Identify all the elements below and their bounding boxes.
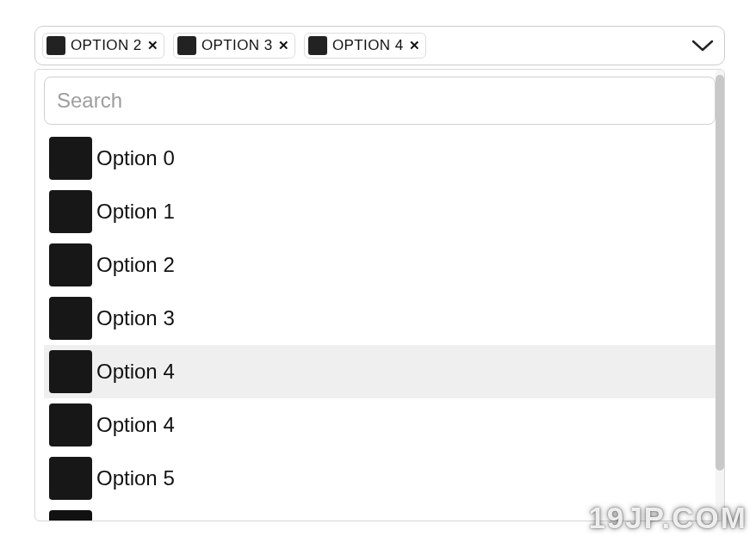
option-label: Option 5 <box>96 466 175 490</box>
avatar-icon <box>49 190 92 233</box>
list-item[interactable] <box>44 505 716 520</box>
list-item[interactable]: Option 5 <box>44 452 716 505</box>
avatar-icon <box>49 243 92 286</box>
chip-label: OPTION 3 <box>201 37 273 54</box>
list-item[interactable]: Option 3 <box>44 292 716 345</box>
list-item[interactable]: Option 1 <box>44 185 716 238</box>
avatar-icon <box>177 36 196 55</box>
multiselect-selected-box[interactable]: OPTION 2 ✕ OPTION 3 ✕ OPTION 4 ✕ <box>34 26 725 65</box>
list-item[interactable]: Option 4 <box>44 345 716 398</box>
list-item[interactable]: Option 0 <box>44 132 716 185</box>
scrollbar-thumb[interactable] <box>716 75 724 471</box>
remove-chip-icon[interactable]: ✕ <box>278 36 289 55</box>
selected-chip[interactable]: OPTION 2 ✕ <box>42 33 164 59</box>
avatar-icon <box>49 350 92 393</box>
option-label: Option 4 <box>96 413 175 437</box>
chevron-down-icon[interactable] <box>691 39 714 52</box>
selected-chip[interactable]: OPTION 3 ✕ <box>173 33 295 59</box>
avatar-icon <box>49 297 92 340</box>
option-label: Option 0 <box>96 146 175 170</box>
selected-chip[interactable]: OPTION 4 ✕ <box>304 33 426 59</box>
list-item[interactable]: Option 4 <box>44 398 716 452</box>
remove-chip-icon[interactable]: ✕ <box>147 36 158 55</box>
avatar-icon <box>49 510 92 520</box>
selected-chip-list: OPTION 2 ✕ OPTION 3 ✕ OPTION 4 ✕ <box>42 33 426 59</box>
chip-label: OPTION 4 <box>332 37 404 54</box>
option-label: Option 1 <box>96 200 175 224</box>
remove-chip-icon[interactable]: ✕ <box>409 36 420 55</box>
avatar-icon <box>49 137 92 180</box>
vertical-scrollbar[interactable] <box>716 70 724 520</box>
list-item[interactable]: Option 2 <box>44 238 716 292</box>
search-input[interactable] <box>44 77 716 125</box>
option-list: Option 0 Option 1 Option 2 Option 3 <box>44 132 716 520</box>
chip-label: OPTION 2 <box>71 37 142 54</box>
option-label: Option 2 <box>96 253 175 277</box>
avatar-icon <box>49 457 92 500</box>
option-label: Option 3 <box>96 306 175 330</box>
dropdown-panel: Option 0 Option 1 Option 2 Option 3 <box>34 69 725 521</box>
option-label: Option 4 <box>96 360 175 384</box>
avatar-icon <box>308 36 327 55</box>
avatar-icon <box>49 403 92 447</box>
avatar-icon <box>46 36 65 55</box>
